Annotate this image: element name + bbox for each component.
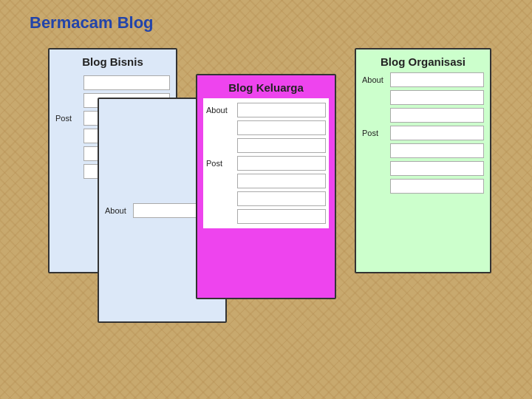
bisnis-about-label: About — [105, 206, 129, 215]
organisasi-box-4 — [390, 161, 484, 176]
organisasi-box-2 — [390, 108, 484, 123]
blog-keluarga-card: Blog Keluarga About Post — [196, 74, 336, 299]
keluarga-box-5 — [237, 174, 326, 188]
blog-keluarga-title: Blog Keluarga — [197, 75, 335, 98]
organisasi-post-box — [390, 126, 484, 140]
organisasi-box-1 — [390, 90, 484, 105]
organisasi-post-row: Post — [362, 126, 484, 140]
organisasi-row-1 — [362, 90, 484, 105]
keluarga-box-4 — [237, 156, 326, 171]
organisasi-about-label: About — [362, 75, 386, 84]
organisasi-about-box — [390, 72, 484, 87]
blog-bisnis-card: Blog Bisnis About Post — [48, 48, 177, 273]
organisasi-row-2 — [362, 108, 484, 123]
keluarga-boxes — [237, 103, 326, 224]
organisasi-box-5 — [390, 179, 484, 194]
keluarga-inner: About Post — [203, 98, 329, 228]
bisnis-row-1 — [55, 75, 170, 90]
keluarga-box-2 — [237, 120, 326, 135]
bisnis-post-label: Post — [55, 114, 79, 123]
blog-organisasi-card: Blog Organisasi About Post — [355, 48, 491, 273]
blog-organisasi-title: Blog Organisasi — [356, 50, 490, 72]
page-title: Bermacam Blog — [30, 13, 154, 33]
organisasi-rows: About Post — [356, 72, 490, 194]
keluarga-box-7 — [237, 209, 326, 224]
bisnis-box-1 — [83, 75, 170, 90]
keluarga-box-1 — [237, 103, 326, 117]
organisasi-row-5 — [362, 179, 484, 194]
organisasi-about-row: About — [362, 72, 484, 87]
keluarga-box-3 — [237, 138, 326, 153]
organisasi-box-3 — [390, 143, 484, 158]
organisasi-post-label: Post — [362, 129, 386, 137]
keluarga-labels: About Post — [206, 103, 233, 224]
keluarga-about-label: About — [206, 103, 233, 117]
keluarga-box-6 — [237, 191, 326, 206]
organisasi-row-3 — [362, 143, 484, 158]
organisasi-row-4 — [362, 161, 484, 176]
blog-bisnis-title: Blog Bisnis — [50, 50, 176, 72]
keluarga-post-label: Post — [206, 156, 233, 171]
